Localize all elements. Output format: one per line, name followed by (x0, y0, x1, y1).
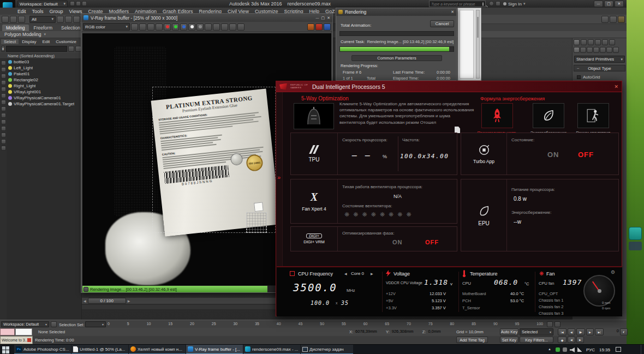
tab-customize[interactable]: Customize (53, 39, 79, 44)
bind-to-space-warp-icon[interactable] (18, 16, 25, 23)
vfb-close-button[interactable]: ✕ (327, 16, 330, 20)
go-to-start-button[interactable]: |◀ (558, 328, 567, 335)
display-space-warps-icon[interactable] (1, 100, 6, 105)
expand-panel-chevrons[interactable]: » (277, 174, 281, 181)
turbo-off-value[interactable]: OFF (578, 151, 594, 159)
tray-antivirus-icon[interactable] (556, 347, 560, 352)
vfb-maximize-button[interactable]: ▢ (321, 16, 325, 20)
welcome-mini-window[interactable]: Welcome to 3.. (0, 336, 33, 344)
tab-create-icon[interactable] (574, 39, 580, 45)
display-xrefs-icon[interactable] (1, 113, 6, 118)
load-image-icon[interactable] (139, 23, 146, 31)
render-setup-scrollbar[interactable] (476, 10, 480, 79)
taskbar-button-photoshop[interactable]: Ps Adobe Photoshop CS... (14, 345, 71, 354)
display-none-icon[interactable] (1, 61, 6, 65)
notification-center-icon[interactable] (616, 347, 621, 352)
list-item[interactable]: Right_Light (7, 83, 81, 89)
add-time-tag-button[interactable]: Add Time Tag (456, 337, 488, 343)
turbo-app-tile[interactable]: Turbo App (461, 133, 507, 175)
time-configuration-button[interactable]: ◐ (620, 328, 628, 335)
select-and-link-icon[interactable] (2, 16, 9, 23)
epu-tile[interactable]: EPU (461, 179, 507, 251)
render-setup-icon[interactable] (601, 16, 609, 23)
tab-display[interactable]: Display (19, 39, 39, 44)
common-parameters-header[interactable]: Common Parameters (351, 55, 442, 61)
dialog-titlebar[interactable]: Rendering ✕ (336, 8, 456, 16)
alpha-channel-icon[interactable] (188, 23, 195, 31)
display-frozen-icon[interactable] (1, 139, 6, 144)
desktop-widget[interactable] (629, 227, 642, 240)
menu-tools[interactable]: Tools (32, 9, 44, 14)
selection-set-dropdown[interactable]: ▾ (85, 321, 106, 327)
previous-key-button[interactable]: ◀ (568, 337, 575, 343)
cancel-button[interactable]: Cancel (430, 20, 454, 27)
systems-category-icon[interactable] (613, 47, 619, 53)
primitive-category-dropdown[interactable]: Standard Primitives ▾ (574, 56, 625, 63)
save-file-icon[interactable] (70, 1, 75, 6)
red-channel-icon[interactable] (164, 23, 171, 31)
close-button[interactable]: ✕ (615, 1, 624, 7)
cameras-category-icon[interactable] (593, 47, 599, 53)
display-cameras-icon[interactable] (1, 87, 6, 92)
monochrome-icon[interactable] (196, 23, 204, 31)
channel-dropdown[interactable]: RGB color ▾ (83, 23, 130, 31)
core-selector-value[interactable]: Core 0 (351, 271, 364, 276)
time-slider-handle[interactable]: 0 / 100 (88, 298, 126, 304)
z-coord-field[interactable]: 0,0mm (428, 329, 452, 335)
helpers-category-icon[interactable] (600, 47, 606, 53)
core-next-arrow[interactable]: ▶ (371, 272, 373, 275)
display-geometry-icon[interactable] (1, 67, 6, 72)
set-key-button[interactable]: Set Key (500, 337, 518, 343)
region-render-icon[interactable] (229, 23, 236, 31)
list-item[interactable]: Left_Light (7, 65, 81, 71)
vfb-minimize-button[interactable]: — (316, 16, 319, 20)
duplicate-to-host-icon[interactable] (156, 23, 163, 31)
list-item[interactable]: VRayPhysicalCamera01 (7, 95, 81, 101)
five-way-tile[interactable] (294, 103, 334, 129)
list-item[interactable]: bottle03 (7, 59, 81, 65)
language-indicator[interactable]: РУС (586, 347, 595, 352)
workspace-selector-bottom[interactable]: Workspace: Default ▾ (1, 321, 49, 327)
tab-display-icon[interactable] (602, 39, 608, 45)
dialog-close-button[interactable]: ✕ (451, 10, 454, 14)
maximize-button[interactable]: ▢ (604, 1, 613, 7)
start-button[interactable] (2, 346, 9, 353)
slider-right-arrow[interactable]: ▶ (126, 299, 132, 303)
object-type-rollout[interactable]: − Object Type (574, 65, 625, 71)
open-mini-curve-editor-icon[interactable] (547, 321, 553, 327)
blue-channel-icon[interactable] (180, 23, 187, 31)
list-item[interactable]: VRayPhysicalCamera01.Target (7, 101, 81, 107)
key-mode-toggle-button[interactable]: ◆ (558, 337, 567, 343)
tab-modeling[interactable]: Modeling (2, 25, 29, 31)
explorer-find-icon[interactable] (68, 46, 74, 52)
list-item[interactable]: Rectangle02 (7, 77, 81, 83)
tray-network-icon[interactable] (577, 347, 582, 352)
play-animation-button[interactable]: ▶ (576, 328, 585, 335)
display-shapes-icon[interactable] (1, 74, 6, 79)
display-materials-icon[interactable] (1, 119, 6, 124)
tab-edit[interactable]: Edit (39, 39, 52, 44)
vfb-titlebar[interactable]: V-Ray frame buffer - [25% of 3000 x 3000… (81, 14, 332, 22)
rendered-frame-window-icon[interactable] (610, 16, 617, 23)
digi-vrm-tile[interactable]: DIGI+ DIGI+ VRM (291, 227, 338, 251)
next-key-button[interactable]: ▶ (576, 337, 584, 343)
next-frame-button[interactable]: ▶ (586, 328, 594, 335)
display-containers-icon[interactable] (1, 133, 6, 137)
unlink-selection-icon[interactable] (10, 16, 17, 23)
shapes-category-icon[interactable] (580, 47, 586, 53)
mode-tile-performance[interactable] (481, 103, 513, 128)
tab-motion-icon[interactable] (595, 39, 601, 45)
track-mouse-icon[interactable] (237, 23, 245, 31)
undo-icon[interactable] (76, 1, 81, 6)
asus-close-button[interactable]: ✕ (614, 84, 618, 89)
display-groups-icon[interactable] (1, 106, 6, 111)
search-icon[interactable] (482, 2, 484, 6)
y-coord-field[interactable]: 926,308mm (392, 329, 420, 335)
desktop-widget-secondary[interactable] (629, 242, 642, 250)
tab-freeform[interactable]: Freeform (30, 25, 56, 31)
redo-icon[interactable] (82, 1, 87, 6)
previous-frame-button[interactable]: ◀ (568, 328, 575, 335)
view-clamped-colors-icon[interactable] (213, 23, 220, 31)
infocenter-search[interactable] (429, 1, 486, 7)
display-bones-icon[interactable] (1, 126, 6, 131)
